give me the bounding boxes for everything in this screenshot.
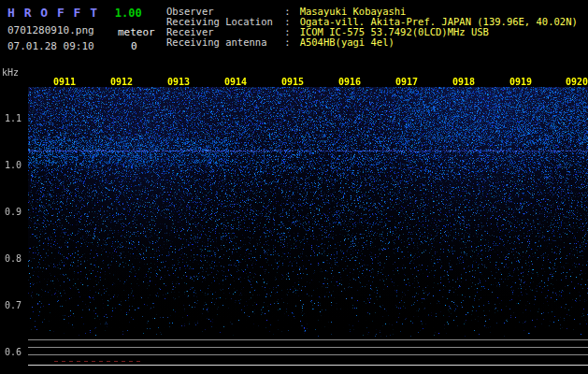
time-tick-0914: 0914 xyxy=(224,77,247,87)
strip-line-1 xyxy=(28,339,588,340)
freq-tick-1-1: 1.1 xyxy=(5,113,22,123)
time-tick-0911: 0911 xyxy=(53,77,76,87)
strip-baseline xyxy=(28,365,588,366)
station-info: Observer : Masayuki Kobayashi Receiving … xyxy=(166,7,578,48)
title-row: H R O F F T 1.00 xyxy=(7,3,142,21)
time-tick-0917: 0917 xyxy=(395,77,418,87)
output-filename: 0701280910.png xyxy=(7,24,94,36)
time-tick-0912: 0912 xyxy=(110,77,133,87)
strip-line-2 xyxy=(28,347,588,348)
info-label: Receiving antenna xyxy=(166,37,279,48)
time-tick-0920: 0920 xyxy=(566,77,588,87)
app-title: H R O F F T xyxy=(7,6,98,20)
freq-tick-0-9: 0.9 xyxy=(5,207,22,217)
freq-tick-1-0: 1.0 xyxy=(5,160,22,170)
strip-line-3 xyxy=(28,354,588,355)
info-value: A504HB(yagi 4el) xyxy=(300,36,394,48)
freq-axis-unit: kHz xyxy=(2,67,19,78)
spectrogram-canvas xyxy=(0,65,588,374)
freq-tick-0-7: 0.7 xyxy=(5,300,22,310)
time-tick-0913: 0913 xyxy=(167,77,190,87)
freq-tick-0-6: 0.6 xyxy=(5,347,22,357)
time-tick-0919: 0919 xyxy=(509,77,532,87)
echo-count: 0 xyxy=(131,40,137,52)
freq-tick-0-8: 0.8 xyxy=(5,253,22,264)
info-row-antenna: Receiving antenna : A504HB(yagi 4el) xyxy=(166,37,578,48)
time-tick-0915: 0915 xyxy=(281,77,304,87)
datetime-label: 07.01.28 09:10 xyxy=(7,40,94,52)
time-tick-0918: 0918 xyxy=(452,77,475,87)
mode-label: meteor xyxy=(118,26,155,38)
info-colon: : xyxy=(284,37,294,48)
time-tick-0916: 0916 xyxy=(338,77,361,87)
meteor-marker-dashes xyxy=(54,361,143,362)
app-version: 1.00 xyxy=(115,7,142,20)
hrofft-screen: H R O F F T 1.00 0701280910.png meteor 0… xyxy=(0,0,588,374)
